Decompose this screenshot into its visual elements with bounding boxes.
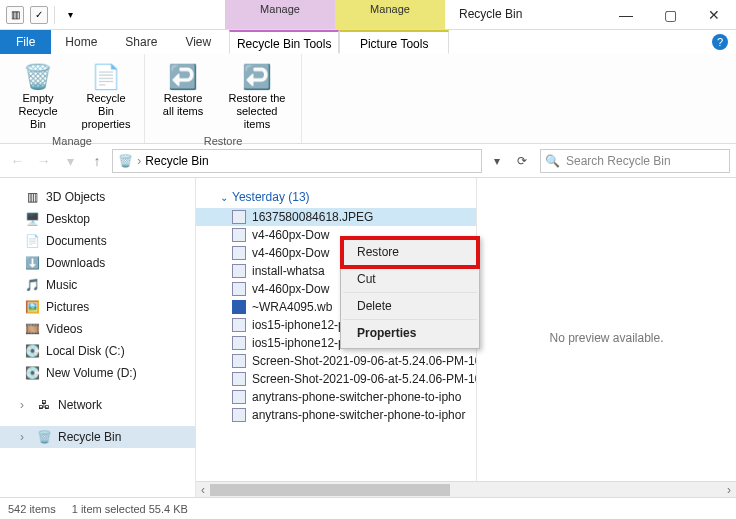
context-menu: Restore Cut Delete Properties (340, 236, 480, 349)
image-file-icon (232, 282, 246, 296)
word-file-icon (232, 300, 246, 314)
file-row[interactable]: 1637580084618.JPEG (196, 208, 476, 226)
nav-label: 3D Objects (46, 190, 105, 204)
nav-item-3d-objects[interactable]: ▥3D Objects (0, 186, 195, 208)
group-label-manage: Manage (52, 133, 92, 147)
nav-item-documents[interactable]: 📄Documents (0, 230, 195, 252)
drive-icon: 💽 (24, 343, 40, 359)
nav-recent-dropdown[interactable]: ▾ (59, 148, 82, 174)
image-file-icon (232, 264, 246, 278)
image-file-icon (232, 408, 246, 422)
recycle-bin-properties-button[interactable]: 📄 Recycle Bin properties (76, 58, 136, 133)
pictures-icon: 🖼️ (24, 299, 40, 315)
refresh-button[interactable]: ⟳ (511, 149, 532, 173)
file-name: ~WRA4095.wb (252, 300, 332, 314)
context-menu-restore[interactable]: Restore (343, 239, 477, 266)
recycle-bin-icon: 🗑️ (36, 429, 52, 445)
restore-selected-button[interactable]: ↩️ Restore the selected items (221, 58, 293, 133)
window-title: Recycle Bin (445, 0, 536, 29)
recycle-bin-empty-icon: 🗑️ (22, 60, 54, 92)
restore-all-icon: ↩️ (167, 60, 199, 92)
tab-view[interactable]: View (171, 30, 225, 54)
tab-picture-tools[interactable]: Picture Tools (339, 30, 449, 54)
preview-empty-text: No preview available. (549, 331, 663, 345)
tab-home[interactable]: Home (51, 30, 111, 54)
restore-all-button[interactable]: ↩️ Restore all items (153, 58, 213, 120)
nav-item-recycle-bin[interactable]: ›🗑️Recycle Bin (0, 426, 195, 448)
address-dropdown[interactable]: ▾ (486, 149, 507, 173)
file-name: anytrans-phone-switcher-phone-to-ipho (252, 390, 461, 404)
folder-icon: ▥ (24, 189, 40, 205)
search-box[interactable]: 🔍 Search Recycle Bin (540, 149, 730, 173)
help-icon[interactable]: ? (712, 34, 728, 50)
close-button[interactable]: ✕ (692, 0, 736, 29)
restore-all-label: Restore all items (157, 92, 209, 118)
nav-item-network[interactable]: ›🖧Network (0, 394, 195, 416)
qat-dropdown-icon[interactable]: ▾ (61, 6, 79, 24)
videos-icon: 🎞️ (24, 321, 40, 337)
documents-icon: 📄 (24, 233, 40, 249)
nav-item-videos[interactable]: 🎞️Videos (0, 318, 195, 340)
address-chevron-icon: › (137, 154, 141, 168)
context-menu-properties[interactable]: Properties (343, 320, 477, 346)
empty-bin-label: Empty Recycle Bin (12, 92, 64, 131)
nav-item-desktop[interactable]: 🖥️Desktop (0, 208, 195, 230)
empty-recycle-bin-button[interactable]: 🗑️ Empty Recycle Bin (8, 58, 68, 133)
file-name: Screen-Shot-2021-09-06-at-5.24.06-PM-10 (252, 372, 476, 386)
nav-label: Documents (46, 234, 107, 248)
recycle-bin-icon: 🗑️ (117, 153, 133, 169)
navigation-pane[interactable]: ▥3D Objects 🖥️Desktop 📄Documents ⬇️Downl… (0, 178, 196, 497)
scroll-right-icon[interactable]: › (722, 482, 736, 498)
contextual-tab-picture-header: Manage (335, 0, 445, 29)
file-row[interactable]: anytrans-phone-switcher-phone-to-iphor (196, 406, 476, 424)
nav-forward-button[interactable]: → (33, 148, 56, 174)
status-selection: 1 item selected 55.4 KB (72, 503, 188, 515)
qat-folder-icon[interactable]: ▥ (6, 6, 24, 24)
restore-selected-label: Restore the selected items (225, 92, 289, 131)
nav-item-music[interactable]: 🎵Music (0, 274, 195, 296)
nav-item-downloads[interactable]: ⬇️Downloads (0, 252, 195, 274)
nav-label: Desktop (46, 212, 90, 226)
image-file-icon (232, 246, 246, 260)
context-menu-delete[interactable]: Delete (343, 293, 477, 320)
nav-item-local-disk-c[interactable]: 💽Local Disk (C:) (0, 340, 195, 362)
horizontal-scrollbar[interactable]: ‹ › (196, 481, 736, 497)
qat-separator (54, 6, 55, 24)
status-item-count: 542 items (8, 503, 56, 515)
scroll-thumb[interactable] (210, 484, 450, 496)
address-bar[interactable]: 🗑️ › Recycle Bin (112, 149, 482, 173)
tab-share[interactable]: Share (111, 30, 171, 54)
minimize-button[interactable]: — (604, 0, 648, 29)
search-icon: 🔍 (545, 154, 560, 168)
nav-up-button[interactable]: ↑ (86, 148, 109, 174)
desktop-icon: 🖥️ (24, 211, 40, 227)
file-name: install-whatsa (252, 264, 325, 278)
restore-selected-icon: ↩️ (241, 60, 273, 92)
image-file-icon (232, 390, 246, 404)
tab-recycle-bin-tools[interactable]: Recycle Bin Tools (229, 30, 339, 54)
scroll-left-icon[interactable]: ‹ (196, 482, 210, 498)
nav-back-button[interactable]: ← (6, 148, 29, 174)
context-menu-cut[interactable]: Cut (343, 266, 477, 293)
file-row[interactable]: Screen-Shot-2021-09-06-at-5.24.06-PM-10 (196, 370, 476, 388)
file-row[interactable]: Screen-Shot-2021-09-06-at-5.24.06-PM-10 (196, 352, 476, 370)
nav-label: Pictures (46, 300, 89, 314)
tab-file[interactable]: File (0, 30, 51, 54)
status-bar: 542 items 1 item selected 55.4 KB (0, 497, 736, 519)
bin-properties-label: Recycle Bin properties (80, 92, 132, 131)
nav-item-pictures[interactable]: 🖼️Pictures (0, 296, 195, 318)
image-file-icon (232, 318, 246, 332)
group-header-yesterday[interactable]: ⌄ Yesterday (13) (196, 186, 476, 208)
nav-label: Recycle Bin (58, 430, 121, 444)
nav-item-new-volume-d[interactable]: 💽New Volume (D:) (0, 362, 195, 384)
drive-icon: 💽 (24, 365, 40, 381)
file-row[interactable]: anytrans-phone-switcher-phone-to-ipho (196, 388, 476, 406)
nav-bar: ← → ▾ ↑ 🗑️ › Recycle Bin ▾ ⟳ 🔍 Search Re… (0, 144, 736, 178)
qat-properties-icon[interactable]: ✓ (30, 6, 48, 24)
maximize-button[interactable]: ▢ (648, 0, 692, 29)
group-label-restore: Restore (204, 133, 243, 147)
group-header-label: Yesterday (13) (232, 190, 310, 204)
nav-label: Local Disk (C:) (46, 344, 125, 358)
title-bar: ▥ ✓ ▾ Manage Manage Recycle Bin — ▢ ✕ (0, 0, 736, 30)
image-file-icon (232, 336, 246, 350)
